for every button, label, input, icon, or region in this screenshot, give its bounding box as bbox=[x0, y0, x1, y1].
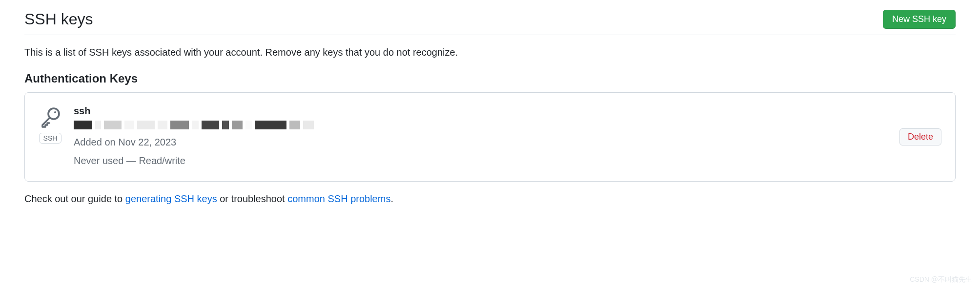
key-left: SSH ssh Added on Nov 22, 2023 bbox=[39, 105, 314, 168]
svg-point-1 bbox=[54, 111, 56, 113]
ssh-key-card: SSH ssh Added on Nov 22, 2023 bbox=[24, 92, 956, 182]
key-fingerprint-redacted bbox=[74, 121, 314, 129]
footer-suffix: . bbox=[390, 193, 393, 204]
page-title: SSH keys bbox=[24, 10, 93, 28]
footer-text: Check out our guide to generating SSH ke… bbox=[24, 193, 956, 205]
key-icon-column: SSH bbox=[39, 105, 62, 144]
key-name: ssh bbox=[74, 105, 314, 117]
generating-ssh-keys-link[interactable]: generating SSH keys bbox=[125, 193, 217, 204]
common-ssh-problems-link[interactable]: common SSH problems bbox=[287, 193, 390, 204]
key-details: ssh Added on Nov 22, 2023 Never used — bbox=[74, 105, 314, 168]
ssh-badge: SSH bbox=[39, 133, 62, 144]
key-added-date: Added on Nov 22, 2023 bbox=[74, 134, 314, 150]
footer-prefix: Check out our guide to bbox=[24, 193, 125, 204]
section-heading: Authentication Keys bbox=[24, 72, 956, 85]
key-icon bbox=[39, 105, 62, 129]
header-row: SSH keys New SSH key bbox=[24, 10, 956, 35]
new-ssh-key-button[interactable]: New SSH key bbox=[883, 10, 956, 29]
footer-middle: or troubleshoot bbox=[217, 193, 288, 204]
page-description: This is a list of SSH keys associated wi… bbox=[24, 47, 956, 58]
delete-key-button[interactable]: Delete bbox=[899, 128, 941, 145]
key-usage: Never used — Read/write bbox=[74, 153, 314, 168]
